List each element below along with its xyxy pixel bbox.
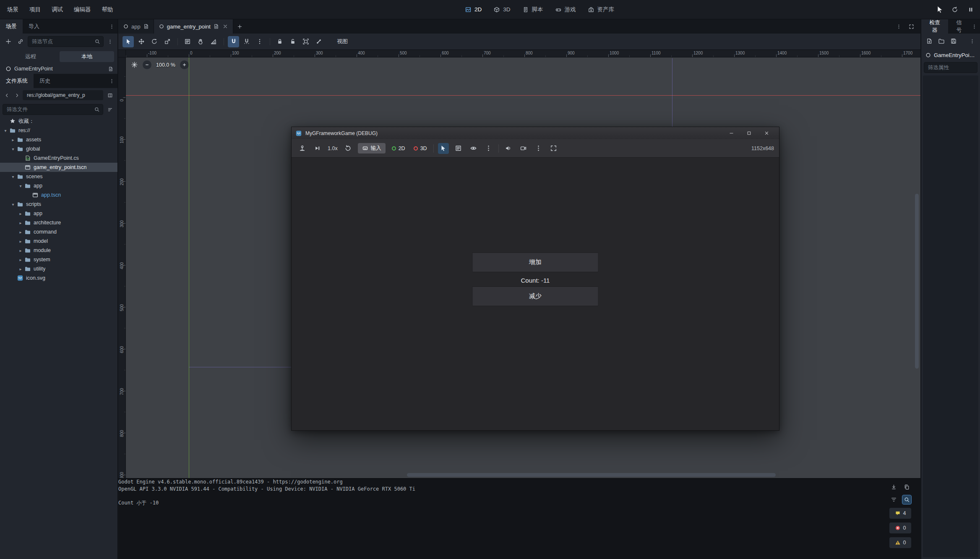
unlock-button[interactable] bbox=[287, 36, 298, 47]
save-resource-icon[interactable] bbox=[949, 37, 958, 45]
center-view-icon[interactable] bbox=[131, 61, 138, 68]
workspace-game-button[interactable]: 游戏 bbox=[550, 4, 581, 16]
game-node-list-button[interactable] bbox=[453, 143, 464, 154]
filesystem-menu-icon[interactable] bbox=[107, 76, 116, 86]
history-forward-button[interactable] bbox=[13, 90, 21, 100]
playback-speed-button[interactable]: 1.0x bbox=[327, 146, 339, 151]
keyboard-icon bbox=[362, 145, 368, 151]
horizontal-scrollbar[interactable] bbox=[407, 473, 776, 477]
file-sort-icon[interactable] bbox=[105, 104, 115, 114]
restart-game-button[interactable] bbox=[950, 5, 960, 15]
add-node-button[interactable] bbox=[3, 36, 13, 47]
zoom-out-button[interactable] bbox=[143, 60, 151, 69]
reset-speed-button[interactable] bbox=[343, 143, 354, 154]
filter-files-input[interactable] bbox=[6, 106, 91, 113]
game-title-bar[interactable]: MyGFrameworkGame (DEBUG) bbox=[292, 127, 779, 139]
tab-filesystem[interactable]: 文件系统 bbox=[0, 74, 34, 88]
window-minimize-button[interactable] bbox=[722, 127, 740, 139]
embed-fullscreen-button[interactable] bbox=[548, 143, 559, 154]
instance-scene-button[interactable] bbox=[16, 36, 26, 47]
view-menu-button[interactable]: 视图 bbox=[333, 36, 352, 47]
smart-snap-button[interactable] bbox=[228, 36, 239, 47]
menu-scene[interactable]: 场景 bbox=[2, 0, 24, 19]
scene-tab-app[interactable]: app bbox=[118, 19, 154, 34]
filter-messages-button[interactable] bbox=[889, 495, 898, 504]
filter-nodes-field[interactable] bbox=[28, 36, 104, 47]
group-button[interactable] bbox=[300, 36, 311, 47]
workspace-3d-button[interactable]: 3D bbox=[488, 4, 516, 15]
scene-tabs-menu-icon[interactable] bbox=[894, 21, 903, 31]
search-output-button[interactable] bbox=[902, 495, 911, 504]
filter-properties-input[interactable] bbox=[927, 64, 974, 71]
menu-project[interactable]: 项目 bbox=[24, 0, 46, 19]
vertical-scrollbar[interactable] bbox=[915, 194, 919, 369]
new-scene-tab-button[interactable] bbox=[235, 21, 245, 31]
input-mode-button[interactable]: 输入 bbox=[358, 143, 386, 153]
tab-inspector[interactable]: 检查器 bbox=[921, 19, 948, 34]
distraction-free-icon[interactable] bbox=[906, 21, 916, 31]
zoom-in-button[interactable] bbox=[180, 60, 189, 69]
game-select-tool-button[interactable] bbox=[438, 143, 449, 154]
skeleton-options-button[interactable] bbox=[313, 36, 324, 47]
close-scene-tab-icon[interactable] bbox=[222, 23, 228, 29]
decrease-button[interactable]: 减少 bbox=[472, 286, 599, 306]
warnings-count-badge[interactable]: 0 bbox=[889, 537, 911, 548]
menu-editor[interactable]: 编辑器 bbox=[68, 0, 96, 19]
movie-maker-button[interactable] bbox=[518, 143, 529, 154]
increase-button[interactable]: 增加 bbox=[472, 252, 599, 272]
game-menu-icon[interactable] bbox=[533, 143, 544, 154]
menu-help[interactable]: 帮助 bbox=[96, 0, 119, 19]
inspected-node-row[interactable]: GameEntryPoint... bbox=[921, 49, 980, 61]
filter-files-field[interactable] bbox=[3, 104, 103, 115]
load-resource-icon[interactable] bbox=[937, 37, 946, 45]
snap-options-button[interactable] bbox=[254, 36, 265, 47]
copy-output-button[interactable] bbox=[902, 483, 911, 491]
rotate-tool-button[interactable] bbox=[149, 36, 160, 47]
workspace-script-button[interactable]: 脚本 bbox=[517, 4, 549, 16]
toggle-split-mode-icon[interactable] bbox=[105, 90, 115, 100]
canvas[interactable]: 100.0 % MyGFrameworkGame (DEBUG) bbox=[126, 57, 920, 478]
move-tool-button[interactable] bbox=[136, 36, 147, 47]
select-tool-button[interactable] bbox=[122, 36, 134, 47]
errors-count-badge[interactable]: 0 bbox=[889, 523, 911, 533]
local-button[interactable]: 本地 bbox=[60, 51, 114, 62]
tab-history[interactable]: 历史 bbox=[34, 74, 56, 88]
zoom-level-label[interactable]: 100.0 % bbox=[156, 62, 175, 68]
selection-list-button[interactable] bbox=[182, 36, 193, 47]
scene-tab-game-entry-point[interactable]: game_entry_point bbox=[154, 19, 233, 34]
scale-tool-button[interactable] bbox=[162, 36, 173, 47]
game-visibility-button[interactable] bbox=[468, 143, 479, 154]
scroll-to-end-button[interactable] bbox=[889, 483, 898, 491]
game-tool-options-icon[interactable] bbox=[483, 143, 494, 154]
scene-tree-menu-icon[interactable] bbox=[106, 36, 114, 47]
window-close-button[interactable] bbox=[758, 127, 775, 139]
filter-nodes-input[interactable] bbox=[31, 38, 92, 45]
tab-signals[interactable]: 信号 bbox=[948, 19, 970, 34]
remote-button[interactable]: 远程 bbox=[3, 51, 58, 62]
tab-scene-dock[interactable]: 场景 bbox=[0, 19, 23, 34]
workspace-2d-button[interactable]: 2D bbox=[459, 4, 487, 15]
debugger-messages-badge[interactable]: 4 bbox=[889, 508, 911, 519]
filter-properties-field[interactable] bbox=[924, 62, 977, 73]
current-path-input[interactable] bbox=[26, 92, 100, 99]
inspector-tools-icon[interactable] bbox=[968, 36, 976, 46]
history-back-button[interactable] bbox=[3, 90, 11, 100]
lock-button[interactable] bbox=[274, 36, 285, 47]
tab-import-dock[interactable]: 导入 bbox=[23, 19, 45, 34]
window-maximize-button[interactable] bbox=[740, 127, 758, 139]
current-path-field[interactable] bbox=[23, 90, 103, 100]
grid-snap-button[interactable] bbox=[241, 36, 252, 47]
workspace-assetlib-button[interactable]: 资产库 bbox=[582, 4, 620, 16]
next-frame-button[interactable] bbox=[312, 143, 323, 154]
mode-3d-button[interactable]: 3D bbox=[412, 144, 429, 153]
pan-tool-button[interactable] bbox=[195, 36, 206, 47]
debug-session-icon[interactable] bbox=[297, 143, 308, 154]
inspector-menu-icon[interactable] bbox=[970, 21, 978, 31]
mode-2d-button[interactable]: 2D bbox=[390, 144, 407, 153]
menu-debug[interactable]: 调试 bbox=[46, 0, 68, 19]
mute-audio-button[interactable] bbox=[503, 143, 514, 154]
scene-dock-menu-icon[interactable] bbox=[107, 21, 116, 31]
new-resource-icon[interactable] bbox=[925, 37, 933, 45]
ruler-tool-button[interactable] bbox=[208, 36, 219, 47]
pause-game-button[interactable] bbox=[966, 5, 976, 15]
